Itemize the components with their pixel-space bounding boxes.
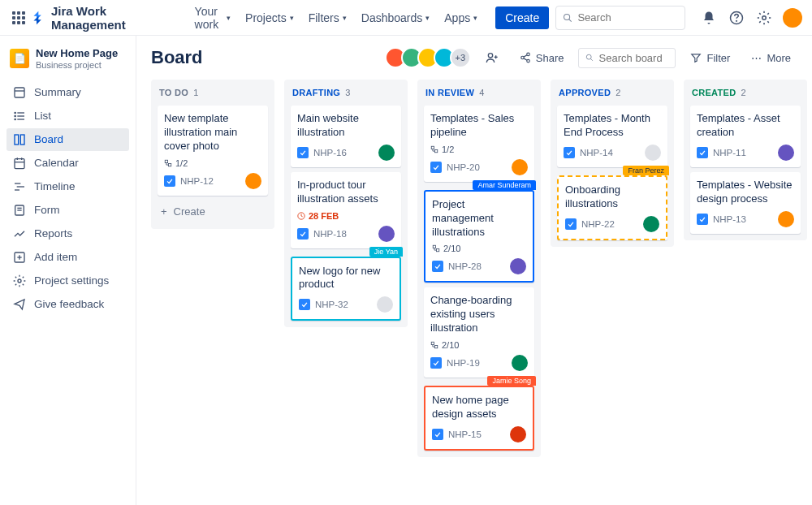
card-footer: NHP-18: [297, 226, 395, 242]
issue-type-icon: [164, 175, 175, 187]
sidebar-item-board[interactable]: Board: [6, 128, 129, 151]
card-subtasks: 2/10: [430, 340, 528, 350]
card-footer: NHP-15: [432, 426, 526, 442]
svg-point-28: [18, 279, 21, 283]
card[interactable]: Templates - Website design processNHP-13: [690, 172, 801, 234]
timeline-icon: [13, 180, 26, 193]
global-search-input[interactable]: [577, 11, 678, 24]
sidebar-item-label: Project settings: [34, 274, 109, 287]
svg-rect-13: [15, 135, 19, 145]
nav-your-work[interactable]: Your work▾: [188, 2, 237, 34]
svg-rect-43: [434, 149, 437, 152]
nav-projects[interactable]: Projects▾: [239, 2, 300, 34]
sidebar-item-list[interactable]: List: [6, 105, 129, 127]
assignee-avatar[interactable]: [510, 258, 526, 274]
svg-point-3: [736, 20, 737, 21]
assignee-avatar[interactable]: [378, 226, 395, 242]
top-nav: Jira Work Management Your work▾ Projects…: [0, 0, 812, 36]
brand[interactable]: Jira Work Management: [31, 4, 175, 32]
card[interactable]: Main website illustrationNHP-16: [291, 106, 401, 167]
card[interactable]: Onboarding illustrationsNHP-22: [557, 175, 667, 240]
sidebar-item-calendar[interactable]: Calendar: [6, 152, 129, 175]
create-button[interactable]: Create: [495, 6, 549, 29]
nav-filters[interactable]: Filters▾: [302, 2, 353, 34]
list-icon: [13, 110, 26, 123]
sidebar-item-add[interactable]: Add item: [6, 246, 129, 269]
board-search[interactable]: [578, 48, 676, 68]
assignee-avatar[interactable]: [245, 173, 261, 189]
global-search[interactable]: [555, 6, 685, 30]
sidebar-item-summary[interactable]: Summary: [6, 81, 129, 104]
issue-type-icon: [697, 214, 708, 225]
page-title: Board: [151, 47, 203, 68]
nav-dashboards[interactable]: Dashboards▾: [355, 2, 437, 34]
card[interactable]: Project management illustrations2/10NHP-…: [424, 190, 534, 283]
assignee-avatar[interactable]: [512, 159, 528, 175]
sidebar-item-settings[interactable]: Project settings: [6, 270, 129, 292]
board-search-input[interactable]: [599, 52, 669, 64]
board-avatars[interactable]: +3: [390, 47, 471, 68]
sidebar-item-form[interactable]: Form: [6, 199, 129, 222]
column-count: 2: [741, 88, 745, 97]
card-subtasks: 1/2: [430, 145, 528, 154]
svg-rect-42: [431, 146, 434, 149]
sidebar-item-label: Board: [34, 133, 63, 145]
page-header: Board +3 Share Filter ⋯More: [151, 47, 797, 68]
sidebar-item-label: Give feedback: [34, 298, 104, 310]
nav-apps[interactable]: Apps▾: [438, 2, 484, 34]
notifications-icon[interactable]: [700, 9, 718, 27]
column-title: APPROVED: [559, 88, 611, 97]
subtask-icon: [430, 341, 438, 349]
card[interactable]: Templates - Sales pipeline1/2NHP-20Amar …: [424, 106, 534, 182]
column-header[interactable]: CREATED2: [690, 86, 801, 101]
assignee-avatar[interactable]: [645, 145, 661, 161]
card-flag: Jamie Song: [487, 376, 536, 386]
assignee-avatar[interactable]: [377, 296, 393, 313]
project-header[interactable]: 📄 New Home Page Business project: [6, 45, 129, 71]
sidebar-item-reports[interactable]: Reports: [6, 222, 129, 245]
card[interactable]: New template illustration main cover pho…: [158, 106, 268, 196]
issue-type-icon: [299, 299, 310, 310]
avatar-more[interactable]: +3: [450, 47, 471, 68]
chevron-down-icon: ▾: [473, 14, 477, 22]
card[interactable]: New logo for new productNHP-32: [291, 257, 401, 322]
column-header[interactable]: DRAFTING3: [291, 86, 401, 101]
svg-rect-46: [431, 342, 434, 344]
add-people-button[interactable]: [479, 47, 505, 68]
card-key: NHP-18: [313, 229, 347, 239]
feedback-icon: [13, 298, 26, 311]
help-icon[interactable]: [728, 9, 745, 27]
svg-line-1: [569, 19, 572, 21]
app-switcher-icon[interactable]: [10, 8, 28, 28]
filter-button[interactable]: Filter: [684, 48, 736, 68]
card[interactable]: Templates - Asset creationNHP-11: [690, 106, 801, 167]
card[interactable]: Change-boarding existing users illustrat…: [424, 287, 534, 378]
card-key: NHP-20: [447, 162, 480, 172]
more-button[interactable]: ⋯More: [745, 48, 797, 68]
create-card-button[interactable]: +Create: [158, 201, 268, 222]
card-flag: Jie Yan: [369, 247, 403, 257]
assignee-avatar[interactable]: [778, 211, 794, 227]
settings-icon[interactable]: [755, 9, 773, 27]
sidebar-item-timeline[interactable]: Timeline: [6, 175, 129, 198]
column-todo: TO DO1New template illustration main cov…: [151, 80, 274, 229]
chevron-down-icon: ▾: [343, 14, 347, 22]
card[interactable]: Templates - Month End ProcessNHP-14Fran …: [557, 106, 667, 167]
column-header[interactable]: APPROVED2: [557, 86, 667, 101]
card[interactable]: New home page design assetsNHP-15: [424, 386, 534, 451]
column-title: DRAFTING: [292, 88, 340, 97]
share-button[interactable]: Share: [513, 48, 571, 68]
assignee-avatar[interactable]: [643, 216, 659, 232]
assignee-avatar[interactable]: [378, 145, 395, 161]
sidebar-item-feedback[interactable]: Give feedback: [6, 293, 129, 316]
column-header[interactable]: TO DO1: [158, 86, 268, 101]
assignee-avatar[interactable]: [510, 426, 526, 442]
column-header[interactable]: IN REVIEW4: [424, 86, 534, 101]
card-title: Templates - Month End Process: [564, 112, 661, 140]
card[interactable]: In-product tour illustration assets28 FE…: [291, 172, 401, 248]
sidebar-item-label: Timeline: [34, 180, 76, 192]
profile-avatar[interactable]: [783, 8, 802, 28]
issue-type-icon: [564, 147, 575, 158]
assignee-avatar[interactable]: [778, 145, 794, 161]
assignee-avatar[interactable]: [512, 355, 528, 371]
